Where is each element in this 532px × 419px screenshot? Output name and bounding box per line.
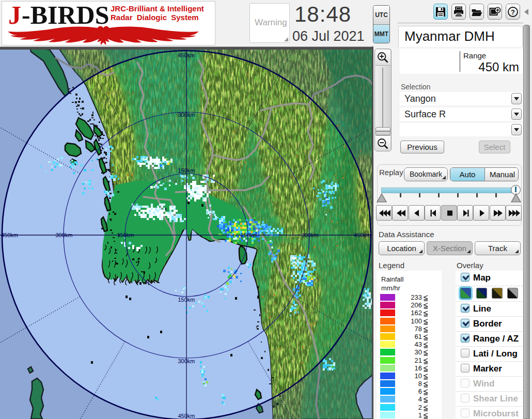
svg-text:300km: 300km bbox=[178, 358, 195, 364]
svg-text:150km: 150km bbox=[240, 232, 257, 238]
svg-text:450km: 450km bbox=[178, 52, 195, 58]
svg-text:300km: 300km bbox=[178, 112, 195, 118]
svg-text:150km: 150km bbox=[178, 167, 195, 174]
svg-text:450km: 450km bbox=[1, 232, 18, 238]
svg-text:?: ? bbox=[511, 8, 515, 16]
svg-text:150km: 150km bbox=[178, 297, 195, 303]
svg-text:450km: 450km bbox=[354, 232, 371, 238]
svg-text:300km: 300km bbox=[301, 232, 318, 238]
svg-text:450km: 450km bbox=[178, 413, 195, 419]
svg-text:300km: 300km bbox=[55, 232, 72, 238]
svg-text:150km: 150km bbox=[117, 232, 134, 238]
